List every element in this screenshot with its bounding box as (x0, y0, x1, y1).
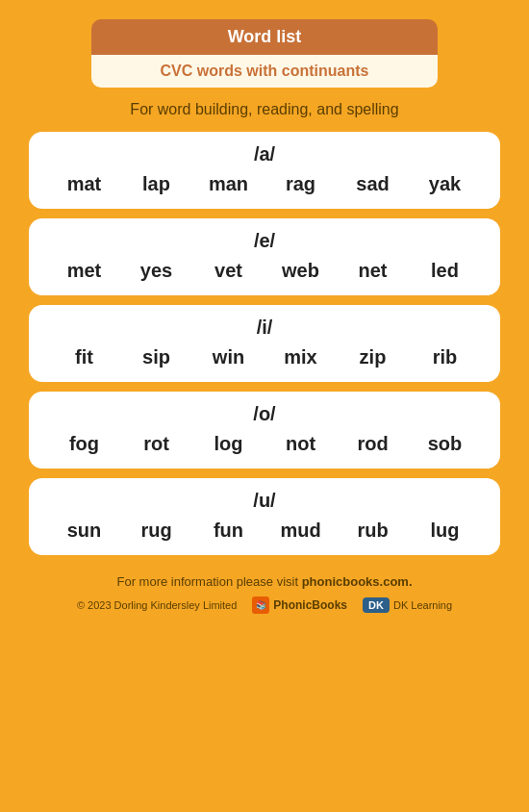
word-item-0-3: rag (279, 173, 322, 195)
header-subtitle: CVC words with continuants (91, 55, 438, 88)
phonic-books-logo: 📚 PhonicBooks (252, 596, 347, 614)
word-card-4: /u/sunrugfunmudrublug (29, 478, 500, 555)
header-box: Word list CVC words with continuants (91, 19, 438, 88)
copyright-text: © 2023 Dorling Kindersley Limited (77, 599, 237, 611)
bottom-bar: © 2023 Dorling Kindersley Limited 📚 Phon… (77, 596, 452, 614)
vowel-label-3: /o/ (48, 403, 481, 425)
brand1-label: PhonicBooks (273, 598, 347, 612)
word-item-2-2: win (207, 346, 250, 368)
word-item-2-3: mix (279, 346, 322, 368)
cards-container: /a/matlapmanragsadyak/e/metyesvetwebnetl… (29, 132, 500, 565)
word-item-2-4: zip (351, 346, 394, 368)
word-item-4-4: rub (351, 520, 394, 542)
dk-learning-logo: DK DK Learning (363, 597, 452, 613)
word-row-4: sunrugfunmudrublug (48, 520, 481, 542)
word-item-3-5: sob (423, 433, 466, 455)
word-item-1-4: net (351, 260, 394, 282)
word-item-4-2: fun (207, 520, 250, 542)
word-item-2-0: fit (63, 346, 106, 368)
word-item-4-5: lug (423, 520, 466, 542)
word-item-0-5: yak (423, 173, 466, 195)
vowel-label-1: /e/ (48, 230, 481, 252)
word-card-0: /a/matlapmanragsadyak (29, 132, 500, 209)
brand2-label: DK Learning (393, 599, 452, 611)
word-item-3-4: rod (351, 433, 394, 455)
word-card-3: /o/fogrotlognotrodsob (29, 392, 500, 469)
vowel-label-2: /i/ (48, 317, 481, 339)
vowel-label-4: /u/ (48, 490, 481, 512)
word-item-0-0: mat (63, 173, 106, 195)
word-item-2-5: rib (423, 346, 466, 368)
word-row-1: metyesvetwebnetled (48, 260, 481, 282)
page-description: For word building, reading, and spelling (130, 101, 398, 118)
word-item-3-3: not (279, 433, 322, 455)
word-item-0-2: man (207, 173, 250, 195)
vowel-label-0: /a/ (48, 143, 481, 165)
word-item-1-0: met (63, 260, 106, 282)
footer-info: For more information please visit phonic… (116, 574, 412, 589)
phonic-icon: 📚 (252, 596, 269, 614)
word-item-1-2: vet (207, 260, 250, 282)
footer-website: phonicbooks.com. (302, 574, 413, 589)
dk-logo: DK (363, 597, 390, 613)
word-row-2: fitsipwinmixziprib (48, 346, 481, 368)
word-row-0: matlapmanragsadyak (48, 173, 481, 195)
word-row-3: fogrotlognotrodsob (48, 433, 481, 455)
word-item-1-3: web (279, 260, 322, 282)
word-item-3-2: log (207, 433, 250, 455)
header-title: Word list (91, 19, 438, 55)
word-item-3-1: rot (135, 433, 178, 455)
word-item-0-1: lap (135, 173, 178, 195)
word-item-4-1: rug (135, 520, 178, 542)
word-item-3-0: fog (63, 433, 106, 455)
word-card-2: /i/fitsipwinmixziprib (29, 305, 500, 382)
word-card-1: /e/metyesvetwebnetled (29, 218, 500, 295)
word-item-1-1: yes (135, 260, 178, 282)
word-item-2-1: sip (135, 346, 178, 368)
word-item-0-4: sad (351, 173, 394, 195)
word-item-1-5: led (423, 260, 466, 282)
footer-text: For more information please visit (116, 574, 301, 589)
word-item-4-0: sun (63, 520, 106, 542)
word-item-4-3: mud (279, 520, 322, 542)
